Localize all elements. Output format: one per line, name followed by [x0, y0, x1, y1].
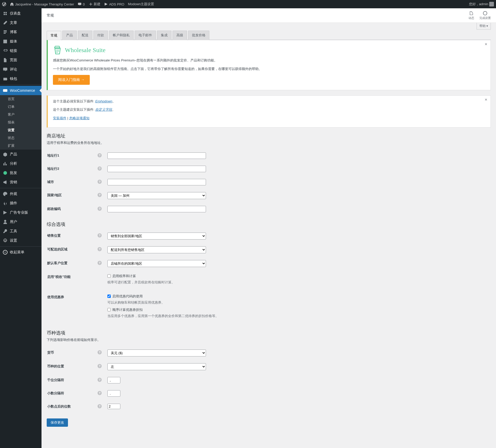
- wholesale-notice: ✕ Wholesale Suite 感谢您购买WooCommerce Whole…: [47, 40, 491, 90]
- activity-link[interactable]: 动态: [469, 11, 474, 20]
- wholesale-logo-icon: [53, 45, 62, 55]
- tab-3[interactable]: 付款: [93, 31, 108, 40]
- tab-8[interactable]: 批发价格: [188, 31, 209, 40]
- help-tip-icon[interactable]: ?: [98, 391, 102, 395]
- woo-submenu-1[interactable]: 订单: [0, 103, 42, 111]
- help-tip-icon[interactable]: ?: [98, 166, 102, 171]
- sequential-coupon-checkbox[interactable]: [107, 308, 111, 311]
- woo-submenu-3[interactable]: 报表: [0, 118, 42, 126]
- address2-input[interactable]: [107, 166, 206, 172]
- menu-tools[interactable]: 工具: [0, 227, 42, 236]
- country-select[interactable]: 美国 — 加州: [107, 192, 206, 199]
- menu-users[interactable]: 用户: [0, 217, 42, 227]
- currency-options-desc: 下列选项影响价格在前端如何显示。: [47, 338, 491, 342]
- wholesale-p1: 感谢您购买WooCommerce Wholesale Prices Premiu…: [53, 58, 485, 63]
- admin-sidebar: 仪表盘文章博客媒体链接页面评论钱包 WooCommerce 首页订单客户报表设置…: [0, 8, 42, 448]
- menu-marketing[interactable]: 营销: [0, 178, 42, 187]
- collapse-menu[interactable]: 收起菜单: [0, 248, 42, 257]
- menu-link[interactable]: 链接: [0, 46, 42, 55]
- menu-settings[interactable]: 设置: [0, 236, 42, 245]
- comments-count[interactable]: 0: [78, 2, 85, 6]
- svg-point-1: [3, 171, 7, 175]
- greeting[interactable]: 您好，admin: [469, 2, 494, 6]
- menu-media[interactable]: 媒体: [0, 37, 42, 46]
- woo-submenu-6[interactable]: 扩展: [0, 142, 42, 150]
- currency-options-heading: 币种选项: [47, 330, 491, 336]
- tab-1[interactable]: 产品: [62, 31, 77, 40]
- store-address-desc: 适用于税率和运费的业务所在地地址。: [47, 141, 491, 145]
- menu-ads[interactable]: 广告专业版: [0, 208, 42, 217]
- decimal-sep-input[interactable]: [107, 390, 120, 397]
- ads-pro[interactable]: ADS PRO: [104, 2, 125, 6]
- help-tip-icon[interactable]: ?: [98, 261, 102, 265]
- svg-rect-0: [3, 89, 8, 92]
- help-tip-icon[interactable]: ?: [98, 207, 102, 211]
- help-tip-icon[interactable]: ?: [98, 378, 102, 382]
- thousand-sep-input[interactable]: [107, 377, 120, 383]
- menu-comment[interactable]: 评论: [0, 65, 42, 74]
- woo-submenu-0[interactable]: 首页: [0, 95, 42, 103]
- menu-post[interactable]: 文章: [0, 18, 42, 27]
- help-tip-icon[interactable]: ?: [98, 180, 102, 184]
- dismiss-notice-icon[interactable]: ✕: [483, 42, 488, 47]
- tab-0[interactable]: 常规: [47, 31, 61, 40]
- sell-location-select[interactable]: 销售到全部国家/地区: [107, 233, 206, 240]
- menu-plugins[interactable]: 插件: [0, 199, 42, 208]
- menu-page[interactable]: 页面: [0, 55, 42, 65]
- currency-position-select[interactable]: 左: [107, 363, 206, 370]
- city-input[interactable]: [107, 179, 206, 185]
- avatar: [489, 2, 494, 6]
- page-title: 常规: [47, 13, 54, 18]
- enable-tax-checkbox[interactable]: [107, 274, 111, 278]
- help-tip-icon[interactable]: ?: [98, 193, 102, 197]
- store-address-heading: 商店地址: [47, 133, 491, 139]
- help-tip-icon[interactable]: ?: [98, 247, 102, 251]
- site-name[interactable]: Jacqueline - Massage Theraphy Center: [10, 2, 74, 6]
- menu-product[interactable]: 产品: [0, 150, 42, 159]
- help-tip-icon[interactable]: ?: [98, 233, 102, 237]
- woo-submenu-5[interactable]: 状态: [0, 134, 42, 142]
- tab-5[interactable]: 电子邮件: [135, 31, 156, 40]
- wholesale-p2: 一个开始的好地方是我们的高级附加组件官方指南。点击下面，它将带你了解所有你需要知…: [53, 66, 485, 72]
- enable-coupon-checkbox[interactable]: [107, 295, 111, 298]
- wholesale-title: Wholesale Suite: [65, 47, 106, 54]
- finish-setup-link[interactable]: 完成设置: [479, 11, 491, 20]
- ship-location-select[interactable]: 配送到所有您销售地区: [107, 246, 206, 253]
- woo-submenu-2[interactable]: 客户: [0, 111, 42, 118]
- save-button[interactable]: 保存更改: [47, 418, 68, 427]
- modown-settings[interactable]: Modown主题设置: [128, 2, 154, 6]
- general-options-heading: 综合选项: [47, 221, 491, 227]
- menu-appearance[interactable]: 外观: [0, 189, 42, 199]
- default-location-select[interactable]: 店铺所在的国家/地区: [107, 260, 206, 267]
- dismiss-notice-link[interactable]: 忽略这项通知: [69, 116, 89, 120]
- postcode-input[interactable]: [107, 206, 206, 212]
- erphpdown-link[interactable]: Erphpdown: [95, 99, 112, 103]
- dismiss-warning-icon[interactable]: ✕: [483, 98, 488, 103]
- read-guide-button[interactable]: 阅读入门指南 →: [53, 75, 90, 85]
- wp-logo[interactable]: [2, 2, 6, 6]
- help-tab[interactable]: 帮助 ▾: [477, 23, 491, 30]
- new-content[interactable]: 新建: [88, 2, 100, 6]
- tab-2[interactable]: 配送: [78, 31, 92, 40]
- svg-point-3: [483, 11, 487, 15]
- menu-dashboard[interactable]: 仪表盘: [0, 9, 42, 18]
- help-tip-icon[interactable]: ?: [98, 364, 102, 368]
- menu-wholesale[interactable]: 批发: [0, 168, 42, 178]
- decimals-input[interactable]: [107, 404, 120, 409]
- tab-7[interactable]: 高级: [173, 31, 187, 40]
- currency-select[interactable]: 美元 ($): [107, 349, 206, 356]
- help-tip-icon[interactable]: ?: [98, 153, 102, 157]
- install-plugins-link[interactable]: 安装插件: [53, 116, 66, 120]
- help-tip-icon[interactable]: ?: [98, 350, 102, 354]
- menu-wallet[interactable]: 钱包: [0, 74, 42, 83]
- menu-analytics[interactable]: 分析: [0, 159, 42, 168]
- woo-submenu-4[interactable]: 设置: [0, 126, 42, 134]
- menu-woocommerce[interactable]: WooCommerce: [0, 86, 42, 95]
- menu-blog[interactable]: 博客: [0, 27, 42, 37]
- tab-6[interactable]: 集成: [157, 31, 171, 40]
- tab-4[interactable]: 帐户和隐私: [109, 31, 134, 40]
- help-tip-icon[interactable]: ?: [98, 404, 102, 408]
- plugin-warning-notice: ✕ 这个主题必须安装以下插件: Erphpdown。 这个主题建议安装以下插件:…: [47, 95, 491, 128]
- address1-input[interactable]: [107, 152, 206, 159]
- custom-fields-link[interactable]: 自定义字段: [95, 108, 112, 111]
